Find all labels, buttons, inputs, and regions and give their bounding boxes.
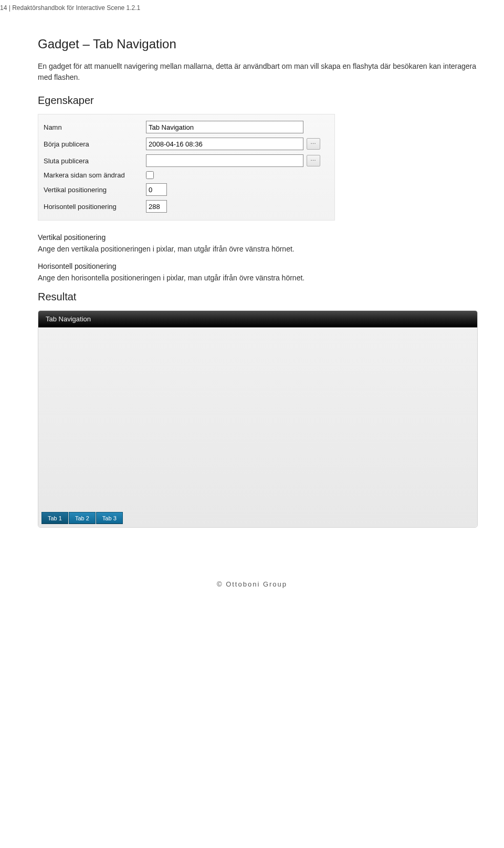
- datepicker-borja-button[interactable]: …: [307, 138, 320, 150]
- desc-horisontell-head: Horisontell positionering: [38, 262, 479, 270]
- page-header: 14 | Redaktörshandbok för Interactive Sc…: [0, 0, 504, 12]
- label-namn: Namn: [44, 123, 146, 131]
- row-namn: Namn: [44, 119, 329, 135]
- input-horisontell[interactable]: [146, 200, 167, 213]
- input-vertikal[interactable]: [146, 183, 167, 196]
- label-markera: Markera sidan som ändrad: [44, 171, 146, 179]
- desc-vertikal-head: Vertikal positionering: [38, 233, 479, 242]
- desc-horisontell: Horisontell positionering Ange den horis…: [38, 262, 479, 284]
- tab-2[interactable]: Tab 2: [69, 512, 96, 524]
- checkbox-markera[interactable]: [146, 171, 154, 179]
- result-body: Tab 1 Tab 2 Tab 3: [38, 328, 477, 527]
- row-vertikal: Vertikal positionering: [44, 181, 329, 198]
- desc-horisontell-text: Ange den horisontella positioneringen i …: [38, 273, 479, 284]
- result-tabs: Tab 1 Tab 2 Tab 3: [41, 512, 123, 524]
- footer: © Ottoboni Group: [0, 559, 504, 599]
- label-vertikal: Vertikal positionering: [44, 186, 146, 194]
- tab-3[interactable]: Tab 3: [96, 512, 123, 524]
- row-sluta: Sluta publicera …: [44, 152, 329, 169]
- label-sluta: Sluta publicera: [44, 157, 146, 165]
- content: Gadget – Tab Navigation En gadget för at…: [0, 12, 504, 528]
- section-title: Gadget – Tab Navigation: [38, 37, 479, 51]
- result-panel: Tab Navigation Tab 1 Tab 2 Tab 3: [38, 310, 478, 528]
- input-borja[interactable]: [146, 138, 303, 150]
- label-horisontell: Horisontell positionering: [44, 203, 146, 211]
- input-sluta[interactable]: [146, 154, 303, 167]
- properties-form: Namn Börja publicera … Sluta publicera ……: [38, 114, 335, 221]
- input-namn[interactable]: [146, 121, 303, 133]
- row-markera: Markera sidan som ändrad: [44, 169, 329, 181]
- desc-vertikal-text: Ange den vertikala positioneringen i pix…: [38, 244, 479, 255]
- desc-vertikal: Vertikal positionering Ange den vertikal…: [38, 233, 479, 255]
- resultat-title: Resultat: [38, 291, 479, 303]
- egenskaper-title: Egenskaper: [38, 95, 479, 107]
- row-borja: Börja publicera …: [44, 135, 329, 152]
- label-borja: Börja publicera: [44, 140, 146, 148]
- section-intro: En gadget för att manuellt navigering me…: [38, 61, 479, 83]
- tab-1[interactable]: Tab 1: [41, 512, 68, 524]
- result-header: Tab Navigation: [38, 311, 477, 328]
- row-horisontell: Horisontell positionering: [44, 198, 329, 215]
- datepicker-sluta-button[interactable]: …: [307, 155, 320, 166]
